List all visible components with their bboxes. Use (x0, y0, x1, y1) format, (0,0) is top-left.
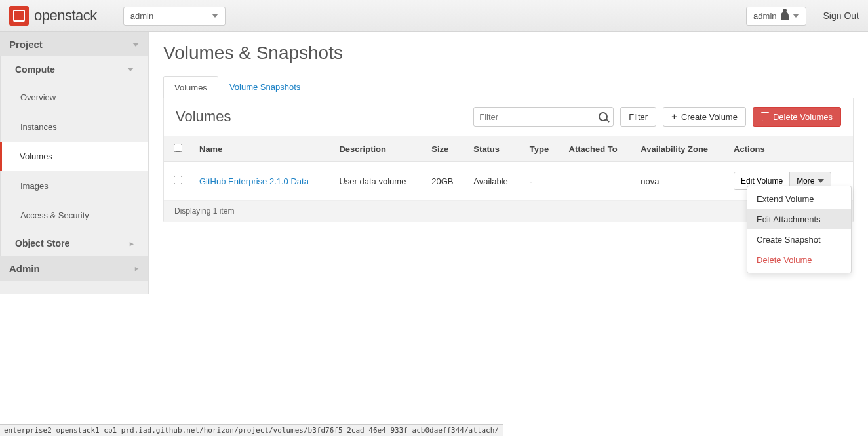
user-switcher[interactable]: admin (746, 7, 806, 26)
topbar: openstack admin admin Sign Out (0, 0, 868, 32)
sidebar-item-instances[interactable]: Instances (0, 112, 148, 142)
col-actions: Actions (726, 136, 853, 162)
filter-button[interactable]: Filter (620, 107, 656, 127)
col-name[interactable]: Name (191, 136, 331, 162)
trash-icon (761, 112, 769, 121)
col-size[interactable]: Size (424, 136, 465, 162)
sidebar-item-volumes[interactable]: Volumes (0, 142, 148, 171)
main-content: Volumes & Snapshots Volumes Volume Snaps… (149, 32, 868, 294)
brand-logo[interactable]: openstack (9, 6, 97, 26)
nav-admin-label: Admin (9, 263, 40, 274)
sidebar: Project Compute OverviewInstancesVolumes… (0, 32, 149, 294)
project-switcher-label: admin (130, 11, 153, 21)
openstack-logo-icon (9, 6, 29, 26)
nav-project[interactable]: Project (0, 32, 148, 56)
volumes-panel: Volumes Filter Create Volume Delete Volu… (163, 98, 854, 222)
cell-description: User data volume (331, 162, 424, 201)
chevron-right-icon: ▸ (130, 239, 134, 248)
user-icon (781, 12, 789, 20)
sidebar-item-images[interactable]: Images (0, 171, 148, 201)
filter-input[interactable] (479, 112, 599, 122)
tab-volume-snapshots[interactable]: Volume Snapshots (218, 75, 311, 98)
sign-out-link[interactable]: Sign Out (823, 10, 859, 21)
chevron-down-icon (127, 68, 134, 71)
delete-volumes-button[interactable]: Delete Volumes (753, 107, 841, 127)
chevron-down-icon (793, 14, 799, 18)
tabs: Volumes Volume Snapshots (163, 75, 854, 98)
chevron-down-icon (212, 14, 218, 18)
nav-compute-label: Compute (15, 64, 55, 75)
page-title: Volumes & Snapshots (163, 43, 854, 64)
browser-status-url: enterprise2-openstack1-cp1-prd.iad.githu… (0, 424, 503, 436)
cell-actions: Edit VolumeMore Extend VolumeEdit Attach… (726, 162, 853, 201)
cell-attached (561, 162, 633, 201)
tab-volumes[interactable]: Volumes (163, 76, 218, 98)
dropdown-edit-attachments[interactable]: Edit Attachments (747, 209, 851, 229)
col-type[interactable]: Type (522, 136, 561, 162)
dropdown-extend-volume[interactable]: Extend Volume (747, 189, 851, 209)
actions-dropdown: Extend VolumeEdit AttachmentsCreate Snap… (747, 186, 852, 273)
col-attached[interactable]: Attached To (561, 136, 633, 162)
panel-title: Volumes (176, 108, 231, 125)
volumes-table: Name Description Size Status Type Attach… (164, 136, 853, 201)
cell-type: - (522, 162, 561, 201)
col-status[interactable]: Status (465, 136, 522, 162)
nav-object-store-label: Object Store (15, 238, 69, 248)
cell-az: nova (633, 162, 726, 201)
plus-icon (671, 112, 677, 122)
search-icon (599, 112, 608, 121)
select-all-checkbox[interactable] (174, 144, 182, 152)
col-description[interactable]: Description (331, 136, 424, 162)
row-checkbox[interactable] (174, 176, 182, 184)
dropdown-delete-volume[interactable]: Delete Volume (747, 250, 851, 270)
cell-size: 20GB (424, 162, 465, 201)
filter-input-wrap[interactable] (473, 107, 614, 127)
user-switcher-label: admin (753, 11, 776, 21)
volume-name-link[interactable]: GitHub Enterprise 2.1.0 Data (199, 176, 309, 186)
dropdown-create-snapshot[interactable]: Create Snapshot (747, 229, 851, 250)
nav-project-label: Project (9, 39, 43, 50)
brand-text: openstack (34, 7, 97, 24)
nav-object-store[interactable]: Object Store ▸ (0, 230, 148, 256)
cell-status: Available (465, 162, 522, 201)
sidebar-item-overview[interactable]: Overview (0, 83, 148, 112)
sidebar-item-access-security[interactable]: Access & Security (0, 201, 148, 230)
nav-compute[interactable]: Compute (0, 56, 148, 83)
chevron-right-icon: ▸ (135, 264, 139, 273)
table-row: GitHub Enterprise 2.1.0 DataUser data vo… (164, 162, 853, 201)
delete-volumes-label: Delete Volumes (773, 112, 833, 122)
col-az[interactable]: Availability Zone (633, 136, 726, 162)
project-switcher[interactable]: admin (123, 7, 226, 26)
nav-admin[interactable]: Admin ▸ (0, 256, 148, 281)
create-volume-label: Create Volume (681, 112, 738, 122)
create-volume-button[interactable]: Create Volume (663, 107, 746, 127)
caret-down-icon (818, 179, 824, 183)
cell-name: GitHub Enterprise 2.1.0 Data (191, 162, 331, 201)
chevron-down-icon (132, 43, 139, 47)
